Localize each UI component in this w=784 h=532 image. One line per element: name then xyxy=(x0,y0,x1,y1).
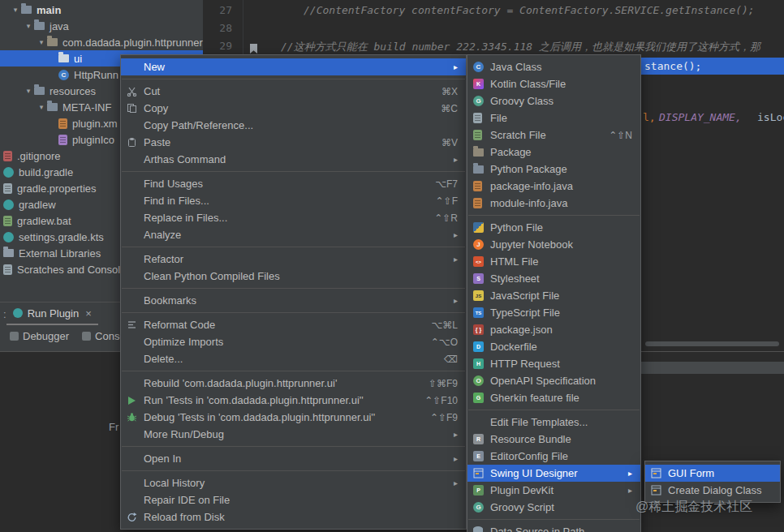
menu-item-bookmarks[interactable]: Bookmarks ▸ xyxy=(121,292,466,309)
bookmark-icon[interactable] xyxy=(250,44,257,54)
menu-shortcut: ⌘C xyxy=(441,103,458,114)
menu-item-java-class[interactable]: C Java Class xyxy=(467,58,640,75)
menu-item-swing-ui-designer[interactable]: Swing UI Designer ▸ xyxy=(467,465,640,482)
menu-item-paste[interactable]: Paste ⌘V xyxy=(121,134,466,151)
menu-item-label: Dockerfile xyxy=(490,341,537,353)
menu-item-label: Paste xyxy=(144,136,170,148)
menu-item-package[interactable]: Package xyxy=(467,144,640,161)
run-config-tab[interactable]: Run Plugin × xyxy=(6,302,98,325)
menu-item-resource-bundle[interactable]: R Resource Bundle xyxy=(467,431,640,448)
menu-item-local-history[interactable]: Local History ▸ xyxy=(121,474,466,491)
menu-item-scratch-file[interactable]: Scratch File ⌃⇧N xyxy=(467,127,640,144)
tree-item-label: plugin.xm xyxy=(72,118,118,130)
menu-item-stylesheet[interactable]: S Stylesheet xyxy=(467,270,640,287)
menu-item-label: Plugin DevKit xyxy=(490,484,554,496)
code-line[interactable]: //这种方式只能在 build number 222.3345.118 之后调用… xyxy=(281,40,760,54)
menu-item-refactor[interactable]: Refactor ▸ xyxy=(121,251,466,268)
line-number: 29 xyxy=(203,40,232,52)
libraries-icon xyxy=(3,249,14,257)
menu-item-label: GUI Form xyxy=(668,467,714,479)
class-icon: C xyxy=(58,70,69,80)
menu-item-repair-ide[interactable]: Repair IDE on File xyxy=(121,491,466,508)
menu-shortcut: ⌥⌘L xyxy=(431,320,458,331)
menu-item-label: Package xyxy=(490,146,532,158)
menu-item-python-file[interactable]: Python File xyxy=(467,219,640,236)
run-config-tab-label: Run Plugin xyxy=(28,307,80,320)
chevron-down-icon[interactable]: ▾ xyxy=(10,6,21,14)
menu-item-label: EditorConfig File xyxy=(490,450,568,462)
tree-item-label: META-INF xyxy=(62,101,111,114)
chevron-down-icon[interactable]: ▾ xyxy=(36,103,47,111)
xml-file-icon xyxy=(58,118,67,129)
npm-icon: { } xyxy=(473,324,490,335)
menu-item-file[interactable]: File xyxy=(467,109,640,127)
menu-item-more-run-debug[interactable]: More Run/Debug ▸ xyxy=(121,426,466,443)
menu-item-reformat-code[interactable]: Reformat Code ⌥⌘L xyxy=(121,316,466,333)
menu-shortcut: ⌥F7 xyxy=(435,178,458,190)
menu-item-run-tests[interactable]: Run 'Tests in 'com.dadada.plugin.httprun… xyxy=(121,392,466,409)
menu-item-delete[interactable]: Delete... ⌫ xyxy=(121,350,466,367)
tree-item-label: settings.gradle.kts xyxy=(19,231,104,243)
jupyter-icon: J xyxy=(473,239,490,250)
close-icon[interactable]: × xyxy=(85,307,92,320)
tree-item-main[interactable]: ▾ main xyxy=(0,2,203,18)
tree-item-java[interactable]: ▾ java xyxy=(0,18,203,34)
menu-item-javascript-file[interactable]: JS JavaScript File xyxy=(467,287,640,304)
menu-item-typescript-file[interactable]: TS TypeScript File xyxy=(467,304,640,321)
menu-item-gui-form[interactable]: GUI Form xyxy=(645,465,780,482)
menu-item-label: Python Package xyxy=(490,163,567,175)
menu-item-cut[interactable]: Cut ⌘X xyxy=(121,83,466,100)
menu-item-plugin-devkit[interactable]: P Plugin DevKit ▸ xyxy=(467,482,640,499)
watermark: @稀土掘金技术社区 xyxy=(635,499,752,516)
menu-item-copy-path[interactable]: Copy Path/Reference... xyxy=(121,117,466,134)
menu-item-arthas[interactable]: Arthas Command ▸ xyxy=(121,151,466,168)
menu-item-debug-tests[interactable]: Debug 'Tests in 'com.dadada.plugin.httpr… xyxy=(121,409,466,426)
menu-item-new[interactable]: New ▸ xyxy=(121,58,466,75)
menu-item-package-json[interactable]: { } package.json xyxy=(467,321,640,338)
tree-item-package[interactable]: ▾ com.dadada.plugin.httprunner xyxy=(0,34,203,50)
menu-separator xyxy=(468,410,640,410)
menu-item-open-in[interactable]: Open In ▸ xyxy=(121,450,466,467)
menu-item-html-file[interactable]: <> HTML File xyxy=(467,253,640,270)
menu-item-find-in-files[interactable]: Find in Files... ⌃⇧F xyxy=(121,192,466,209)
code-fragment[interactable]: l, xyxy=(643,111,656,123)
menu-item-label: Run 'Tests in 'com.dadada.plugin.httprun… xyxy=(144,394,364,406)
chevron-down-icon[interactable]: ▾ xyxy=(23,87,34,95)
chevron-down-icon[interactable]: ▾ xyxy=(36,38,47,46)
chevron-down-icon[interactable]: ▾ xyxy=(23,22,34,30)
menu-item-edit-file-templates[interactable]: Edit File Templates... xyxy=(467,414,640,431)
menu-item-package-info[interactable]: package-info.java xyxy=(467,178,640,195)
menu-item-kotlin-class[interactable]: K Kotlin Class/File xyxy=(467,75,640,92)
gradle-icon xyxy=(3,167,14,178)
horizontal-scrollbar[interactable] xyxy=(645,341,779,346)
menu-item-reload-from-disk[interactable]: Reload from Disk xyxy=(121,508,466,526)
menu-item-create-dialog-class[interactable]: Create Dialog Class xyxy=(645,482,780,499)
menu-item-groovy-class[interactable]: G Groovy Class xyxy=(467,92,640,109)
menu-item-dockerfile[interactable]: D Dockerfile xyxy=(467,338,640,355)
menu-item-python-package[interactable]: Python Package xyxy=(467,161,640,178)
code-line[interactable]: //ContentFactory contentFactory = Conten… xyxy=(304,4,755,16)
tab-debugger[interactable]: Debugger xyxy=(10,330,69,342)
menu-item-http-request[interactable]: H HTTP Request xyxy=(467,355,640,372)
menu-item-replace-in-files[interactable]: Replace in Files... ⌃⇧R xyxy=(121,209,466,226)
menu-item-optimize-imports[interactable]: Optimize Imports ⌃⌥O xyxy=(121,333,466,350)
code-fragment[interactable]: isLocka xyxy=(757,111,784,123)
menu-item-label: Delete... xyxy=(144,353,183,365)
debug-icon xyxy=(127,412,144,423)
menu-item-find-usages[interactable]: Find Usages ⌥F7 xyxy=(121,175,466,192)
menu-item-analyze[interactable]: Analyze ▸ xyxy=(121,226,466,243)
menu-item-openapi[interactable]: O OpenAPI Specification xyxy=(467,372,640,389)
code-fragment[interactable]: DISPLAY_NAME, xyxy=(659,111,742,123)
menu-item-editorconfig[interactable]: E EditorConfig File xyxy=(467,448,640,465)
line-number: 28 xyxy=(203,22,232,34)
menu-item-label: File xyxy=(490,112,507,124)
menu-item-module-info[interactable]: module-info.java xyxy=(467,195,640,212)
menu-item-groovy-script[interactable]: G Groovy Script xyxy=(467,499,640,516)
editor-selection[interactable]: stance(); xyxy=(641,58,784,75)
menu-item-jupyter[interactable]: J Jupyter Notebook xyxy=(467,236,640,253)
menu-item-rebuild[interactable]: Rebuild 'com.dadada.plugin.httprunner.ui… xyxy=(121,375,466,392)
menu-item-gherkin[interactable]: G Gherkin feature file xyxy=(467,389,640,406)
menu-item-copy[interactable]: Copy ⌘C xyxy=(121,100,466,117)
menu-item-data-source[interactable]: Data Source in Path xyxy=(467,523,640,532)
menu-item-clean-python[interactable]: Clean Python Compiled Files xyxy=(121,268,466,285)
